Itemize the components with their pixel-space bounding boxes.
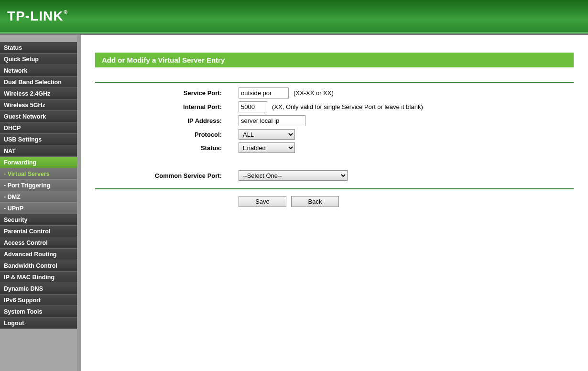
sidebar-item-24[interactable]: Logout	[0, 317, 77, 329]
sidebar-item-16[interactable]: Parental Control	[0, 226, 77, 237]
sidebar-item-18[interactable]: Advanced Routing	[0, 249, 77, 260]
sidebar-item-0[interactable]: Status	[0, 42, 77, 54]
common-service-port-select[interactable]: --Select One--	[239, 170, 348, 181]
header-bar: TP-LINK®	[0, 0, 588, 33]
divider-bottom	[95, 188, 574, 189]
sidebar-item-2[interactable]: Network	[0, 65, 77, 76]
status-label: Status:	[95, 144, 239, 152]
common-service-port-label: Common Service Port:	[95, 172, 239, 179]
sidebar-item-1[interactable]: Quick Setup	[0, 54, 77, 65]
sidebar-item-17[interactable]: Access Control	[0, 237, 77, 249]
sidebar: StatusQuick SetupNetworkDual Band Select…	[0, 33, 79, 371]
internal-port-hint: (XX, Only valid for single Service Port …	[272, 103, 423, 110]
sidebar-subitem-14[interactable]: - UPnP	[0, 203, 77, 214]
protocol-label: Protocol:	[95, 131, 239, 138]
service-port-input[interactable]	[239, 87, 289, 98]
protocol-select[interactable]: ALL	[239, 129, 295, 140]
sidebar-item-23[interactable]: System Tools	[0, 306, 77, 317]
sidebar-item-19[interactable]: Bandwidth Control	[0, 260, 77, 272]
sidebar-subitem-13[interactable]: - DMZ	[0, 191, 77, 203]
internal-port-input[interactable]	[239, 101, 267, 112]
sidebar-item-20[interactable]: IP & MAC Binding	[0, 272, 77, 283]
ip-address-label: IP Address:	[95, 117, 239, 124]
sidebar-item-7[interactable]: DHCP	[0, 122, 77, 134]
sidebar-item-22[interactable]: IPv6 Support	[0, 295, 77, 306]
divider-top	[95, 82, 574, 83]
sidebar-item-8[interactable]: USB Settings	[0, 134, 77, 145]
registered-icon: ®	[64, 10, 67, 15]
status-select[interactable]: Enabled	[239, 142, 295, 153]
internal-port-label: Internal Port:	[95, 103, 239, 110]
save-button[interactable]: Save	[239, 196, 286, 207]
sidebar-item-3[interactable]: Dual Band Selection	[0, 76, 77, 88]
brand-text: TP-LINK	[7, 9, 63, 24]
sidebar-item-21[interactable]: Dynamic DNS	[0, 283, 77, 295]
sidebar-subitem-11[interactable]: - Virtual Servers	[0, 168, 77, 180]
brand-logo: TP-LINK®	[7, 9, 68, 24]
sidebar-item-4[interactable]: Wireless 2.4GHz	[0, 88, 77, 99]
sidebar-item-10[interactable]: Forwarding	[0, 157, 77, 168]
service-port-label: Service Port:	[95, 89, 239, 97]
sidebar-item-6[interactable]: Guest Network	[0, 111, 77, 122]
back-button[interactable]: Back	[291, 196, 339, 207]
service-port-hint: (XX-XX or XX)	[294, 89, 334, 97]
main-content: Add or Modify a Virtual Server Entry Ser…	[79, 33, 588, 371]
sidebar-item-9[interactable]: NAT	[0, 145, 77, 157]
panel-title: Add or Modify a Virtual Server Entry	[95, 53, 574, 67]
sidebar-item-15[interactable]: Security	[0, 214, 77, 226]
sidebar-item-5[interactable]: Wireless 5GHz	[0, 99, 77, 111]
ip-address-input[interactable]	[239, 115, 305, 126]
sidebar-subitem-12[interactable]: - Port Triggering	[0, 180, 77, 191]
